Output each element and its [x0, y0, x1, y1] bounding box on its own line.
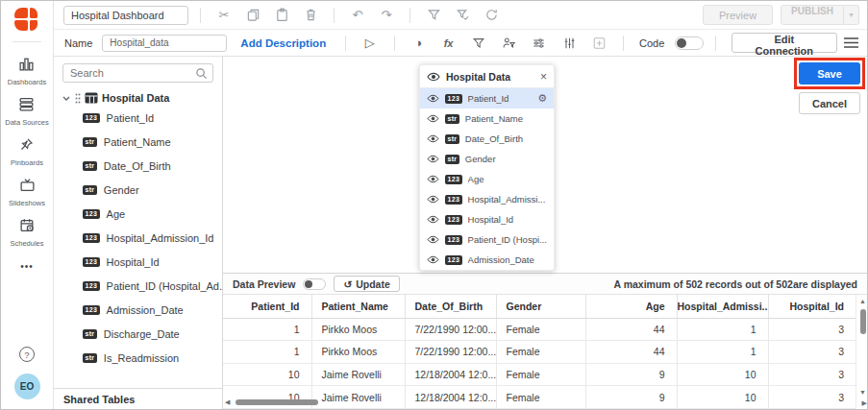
column-header: Hospital_Admissi... [677, 295, 768, 318]
run-icon[interactable]: ▷ [358, 34, 382, 53]
preview-button[interactable]: Preview [703, 5, 773, 25]
data-preview-table: Patient_Id Patient_Name Date_Of_Birth Ge… [223, 295, 856, 409]
cell: 44 [585, 318, 677, 341]
cut-icon[interactable]: ✂ [212, 5, 236, 26]
sidebar-item-data-sources[interactable]: Data Sources [5, 97, 48, 127]
vertical-sliders-icon[interactable] [557, 34, 581, 53]
scroll-up-icon[interactable]: ▲ [859, 298, 866, 304]
filter-check-icon[interactable] [451, 5, 474, 26]
tree-field-row[interactable]: 123Hospital_Admission_Id [54, 226, 222, 250]
vertical-scroll-thumb[interactable] [860, 309, 866, 334]
redo-icon[interactable]: ↷ [375, 5, 398, 26]
sidebar-item-schedules[interactable]: Schedules [10, 218, 43, 248]
function-icon[interactable]: fx [436, 34, 460, 53]
panel-field-row[interactable]: 123 Age [420, 169, 554, 189]
filter-icon[interactable] [466, 34, 490, 53]
more-menu-icon[interactable]: ••• [20, 261, 34, 272]
eye-icon[interactable] [427, 72, 440, 82]
scroll-left-icon[interactable]: ◀ [225, 398, 230, 406]
chevron-down-icon[interactable] [62, 94, 71, 103]
table-row: 10 Jaime Rovelli 12/18/2004 12:0... Fema… [223, 363, 856, 386]
tree-field-row[interactable]: 123Age [54, 202, 222, 226]
server-stack-icon [18, 97, 35, 115]
scroll-right-icon[interactable]: ▶ [862, 399, 867, 407]
contrast-icon[interactable]: ◑ [406, 34, 430, 53]
undo-icon[interactable]: ↶ [346, 5, 369, 26]
panel-header: Hospital Data × [420, 65, 554, 88]
tree-root-hospital-data[interactable]: Hospital Data [54, 83, 222, 106]
tree-field-row[interactable]: strDischarge_Date [54, 322, 222, 346]
eye-icon[interactable] [427, 255, 439, 264]
copy-icon[interactable] [241, 5, 264, 26]
eye-icon[interactable] [427, 235, 439, 244]
panel-field-row[interactable]: 123 Hospital_Admissi... [420, 189, 554, 209]
eye-icon[interactable] [427, 134, 439, 143]
edit-connection-button[interactable]: Edit Connection [732, 33, 837, 53]
type-badge: str [83, 329, 97, 339]
drag-handle-icon[interactable] [75, 93, 81, 104]
publish-button[interactable]: PUBLISH [781, 5, 844, 25]
paste-icon[interactable] [270, 5, 293, 26]
panel-field-row[interactable]: 123 Hospital_Id [420, 209, 554, 229]
add-description-link[interactable]: Add Description [240, 37, 326, 49]
refresh-icon[interactable] [480, 5, 503, 26]
layout-grid-icon[interactable] [587, 34, 611, 53]
data-preview-toggle[interactable] [303, 278, 326, 290]
tree-field-row[interactable]: 123Hospital_Id [54, 250, 222, 274]
menu-icon[interactable] [843, 36, 859, 49]
tree-field-row[interactable]: strGender [54, 178, 222, 202]
panel-field-row[interactable]: 123 Patient_Id ⚙ [420, 88, 554, 109]
help-icon[interactable]: ? [19, 347, 35, 362]
cancel-button[interactable]: Cancel [799, 92, 860, 114]
cell: 7/22/1990 12:00... [405, 318, 496, 341]
sidebar-item-slideshows[interactable]: Slideshows [9, 178, 45, 207]
panel-field-row[interactable]: str Patient_Name [420, 109, 554, 129]
eye-icon[interactable] [427, 215, 439, 224]
panel-field-row[interactable]: str Date_Of_Birth [420, 129, 554, 149]
field-name: Age [468, 174, 547, 184]
eye-icon[interactable] [427, 195, 439, 204]
horizontal-sliders-icon[interactable] [527, 34, 551, 53]
dataset-name-input[interactable] [102, 35, 227, 52]
panel-field-row[interactable]: 123 Patient_ID (Hospi... [420, 229, 554, 250]
eye-icon[interactable] [427, 155, 439, 163]
user-filter-icon[interactable] [497, 34, 521, 53]
eye-icon[interactable] [427, 94, 439, 103]
tree-field-row[interactable]: strPatient_Name [54, 130, 222, 154]
tree-field-row[interactable]: 123Patient_ID (Hospital_Ad... [54, 274, 222, 298]
delete-icon[interactable] [299, 5, 322, 26]
dashboard-title-input[interactable] [63, 6, 188, 25]
app-logo-icon[interactable] [14, 8, 39, 33]
tree-field-row[interactable]: 123Patient_Id [54, 106, 222, 130]
column-header: Date_Of_Birth [405, 295, 496, 318]
panel-field-row[interactable]: str Gender [420, 149, 554, 169]
code-toggle[interactable] [675, 36, 703, 50]
type-badge: 123 [445, 215, 462, 225]
shared-tables-section[interactable]: Shared Tables [54, 388, 222, 409]
horizontal-scrollbar[interactable]: ◀ ▶ [223, 398, 856, 407]
scroll-down-icon[interactable]: ▼ [859, 389, 866, 396]
sidebar-label: Data Sources [5, 118, 48, 127]
tree-field-row[interactable]: strDate_Of_Birth [54, 154, 222, 178]
user-avatar[interactable]: EO [14, 374, 40, 399]
search-input[interactable] [62, 63, 213, 83]
type-badge: 123 [445, 235, 462, 245]
vertical-scrollbar[interactable]: ▲ ▼ [856, 295, 868, 409]
tree-field-row[interactable]: 123Admission_Date [54, 298, 222, 322]
filter-icon[interactable] [422, 5, 445, 26]
sidebar-item-pinboards[interactable]: Pinboards [11, 137, 43, 167]
data-preview-toolbar: Data Preview ↺ Update A maximum of 502 r… [223, 274, 867, 295]
update-button[interactable]: ↺ Update [334, 276, 399, 292]
sidebar-item-dashboards[interactable]: Dashboards [8, 57, 46, 86]
close-icon[interactable]: × [540, 71, 547, 83]
eye-icon[interactable] [427, 114, 439, 123]
horizontal-scroll-thumb[interactable] [236, 399, 318, 405]
tree-field-row[interactable]: strIs_Readmission [54, 346, 222, 370]
panel-field-row[interactable]: 123 Admission_Date [420, 250, 554, 270]
eye-icon[interactable] [427, 175, 439, 183]
gear-icon[interactable]: ⚙ [537, 93, 547, 104]
table-row: 1 Pirkko Moos 7/22/1990 12:00... Female … [223, 341, 856, 364]
sidebar-label: Pinboards [11, 158, 43, 167]
publish-caret-icon[interactable]: ▾ [844, 5, 859, 25]
save-button[interactable]: Save [799, 62, 860, 84]
